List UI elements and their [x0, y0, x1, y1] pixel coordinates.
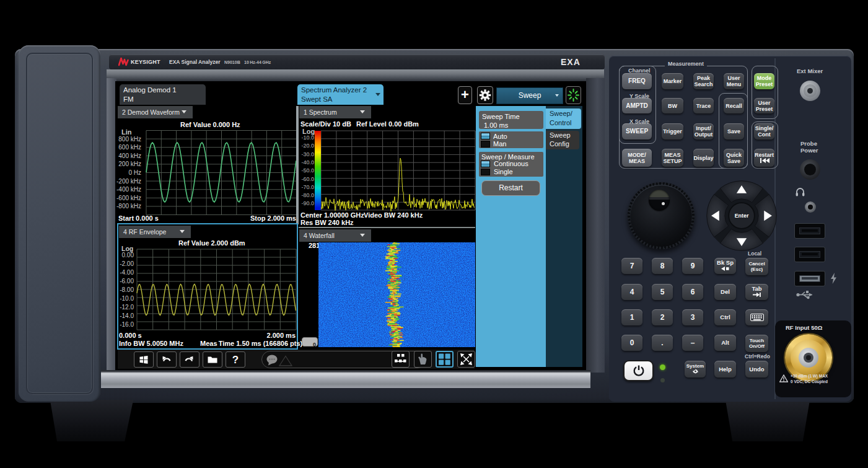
svg-text:Enter: Enter [735, 213, 749, 219]
